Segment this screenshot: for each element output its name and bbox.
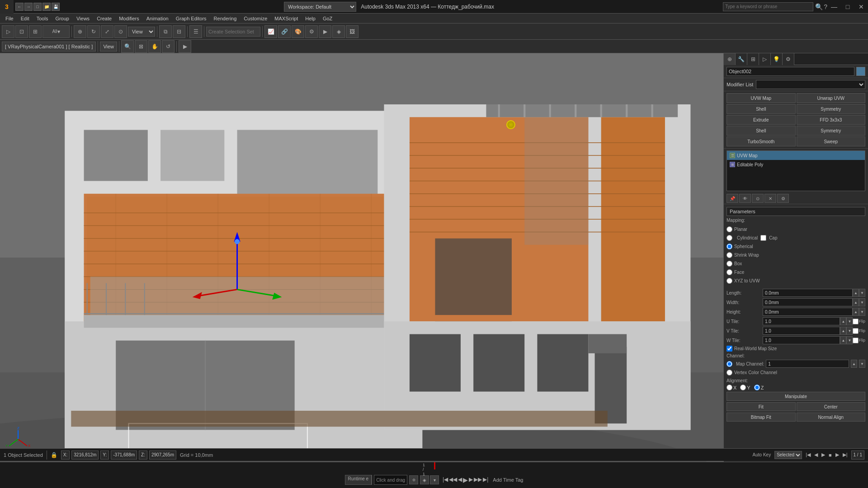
height-down-btn[interactable]: ▼ [859,308,865,316]
menu-views[interactable]: Views [73,15,93,22]
vtile-down-btn[interactable]: ▼ [846,327,853,335]
mod-sweep[interactable]: Sweep [797,136,866,146]
height-input[interactable] [763,308,853,316]
select-object-btn[interactable]: ⊞ [29,25,42,38]
goto-start-btn[interactable]: |◀ [806,452,811,458]
menu-graph-editors[interactable]: Graph Editors [172,15,210,22]
stop-btn[interactable]: ■ [829,452,832,458]
width-down-btn[interactable]: ▼ [859,298,865,306]
timeline-goto-start-btn[interactable]: |◀ [443,476,448,483]
menu-maxscript[interactable]: MAXScript [271,15,302,22]
mod-ffd[interactable]: FFD 3x3x3 [797,115,866,125]
menu-group[interactable]: Group [52,15,73,22]
viewport-label-btn[interactable]: [ VRayPhysicalCamera001 ] [ Realistic ] [2,42,96,52]
timeline-next-frame-btn[interactable]: ▶ [469,476,473,483]
maximize-btn[interactable]: □ [841,0,854,14]
key-options-btn[interactable]: ▾ [430,475,439,484]
pan-btn[interactable]: ✋ [148,40,161,53]
tab-hierarchy[interactable]: ⊞ [747,53,759,65]
configure-sets-btn[interactable]: ⚙ [777,194,789,203]
redo-btn[interactable]: → [24,3,33,11]
goto-end-btn[interactable]: ▶| [843,452,848,458]
mod-shell-2[interactable]: Shell [726,126,796,136]
highlight-btn[interactable]: 👁 [739,194,751,203]
select-region-btn[interactable]: ⊡ [15,25,28,38]
minimize-btn[interactable]: — [827,0,841,14]
vtile-input[interactable] [763,327,840,335]
menu-file[interactable]: File [2,15,17,22]
align-z-radio[interactable] [754,385,760,390]
wtile-flip-check[interactable] [853,338,859,343]
timeline-prev-frame-btn[interactable]: ◀ [458,476,462,483]
object-color-swatch[interactable] [856,67,865,76]
render-btn[interactable]: ▶ [319,25,331,38]
mod-extrude[interactable]: Extrude [726,115,796,125]
fit-btn[interactable]: Fit [726,402,796,411]
select-tool-btn[interactable]: ▷ [2,25,14,38]
height-up-btn[interactable]: ▲ [853,308,859,316]
material-editor-btn[interactable]: 🎨 [292,25,304,38]
make-unique-btn[interactable]: ⊙ [752,194,764,203]
tab-utilities[interactable]: ⚙ [783,53,794,65]
menu-modifiers[interactable]: Modifiers [115,15,143,22]
mod-uvwmap[interactable]: UVW Map [726,93,796,103]
radio-spherical[interactable]: Spherical [726,242,865,250]
tab-modify[interactable]: 🔧 [736,53,747,65]
vtile-flip-check[interactable] [853,328,859,334]
undo-btn[interactable]: ← [15,3,24,11]
save-btn[interactable]: 💾 [52,3,60,11]
workspace-dropdown[interactable]: Workspace: Default [284,2,356,12]
zoom-btn[interactable]: 🔍 [121,40,134,53]
wtile-down-btn[interactable]: ▼ [846,336,853,344]
radio-shrinkwrap[interactable]: Shrink Wrap [726,251,865,259]
length-down-btn[interactable]: ▼ [859,289,865,297]
vtile-up-btn[interactable]: ▲ [840,327,846,335]
help-icon[interactable]: ? [824,3,827,10]
utile-input[interactable] [763,317,840,325]
bitmap-fit-btn[interactable]: Bitmap Fit [726,413,796,422]
remove-mod-btn[interactable]: ✕ [764,194,776,203]
search-input[interactable] [723,2,813,11]
menu-goz[interactable]: GoZ [319,15,336,22]
search-icon[interactable]: 🔍 [815,3,823,10]
wtile-up-btn[interactable]: ▲ [840,336,846,344]
utile-flip-check[interactable] [853,319,859,324]
viewport[interactable]: [ VRayPhysicalCamera001 ] [ Realistic ] [0,53,723,462]
radio-planar[interactable]: Planar [726,225,865,233]
realworld-check[interactable] [726,346,732,352]
utile-up-btn[interactable]: ▲ [840,317,846,325]
utile-down-btn[interactable]: ▼ [846,317,853,325]
radio-cylindrical[interactable]: Cylindrical Cap [726,234,865,242]
active-shade-btn[interactable]: ◈ [332,25,345,38]
prev-frame-btn[interactable]: ◀ [814,452,818,458]
timeline-prev-btn[interactable]: ◀◀ [449,476,457,483]
modifier-list-dropdown[interactable] [756,80,865,89]
length-input[interactable] [763,289,853,297]
tab-display[interactable]: 💡 [771,53,783,65]
cap-checkbox[interactable] [760,235,766,241]
menu-rendering[interactable]: Rendering [210,15,241,22]
walkthrough-btn[interactable]: ▶ [179,40,191,53]
mapchan-down-btn[interactable]: ▼ [859,360,865,368]
filter-dropdown-btn[interactable]: All▾ [42,25,70,38]
manipulate-btn[interactable]: Manipulate [726,392,865,401]
next-frame-btn[interactable]: ▶ [835,452,839,458]
mirror-btn[interactable]: ⧉ [159,25,172,38]
map-channel-input[interactable] [766,360,849,368]
render-setup-btn[interactable]: ⚙ [305,25,318,38]
open-btn[interactable]: 📁 [42,3,51,11]
center-btn[interactable]: Center [797,402,866,411]
map-channel-row[interactable]: Map Channel: ▲ ▼ [726,360,865,368]
schematic-view-btn[interactable]: 🔗 [278,25,291,38]
align-btn[interactable]: ⊟ [173,25,185,38]
key-filter-dropdown[interactable]: Selected [774,451,802,459]
mapchan-up-btn[interactable]: ▲ [851,360,857,368]
select-rotate-btn[interactable]: ↻ [87,25,100,38]
orbit-btn[interactable]: ↺ [162,40,175,53]
menu-animation[interactable]: Animation [143,15,172,22]
align-x-radio[interactable] [726,385,732,390]
curve-editor-btn[interactable]: 📈 [264,25,277,38]
key-filters-btn[interactable]: ⚙ [409,475,418,484]
wtile-input[interactable] [763,336,840,344]
tab-motion[interactable]: ▷ [759,53,771,65]
